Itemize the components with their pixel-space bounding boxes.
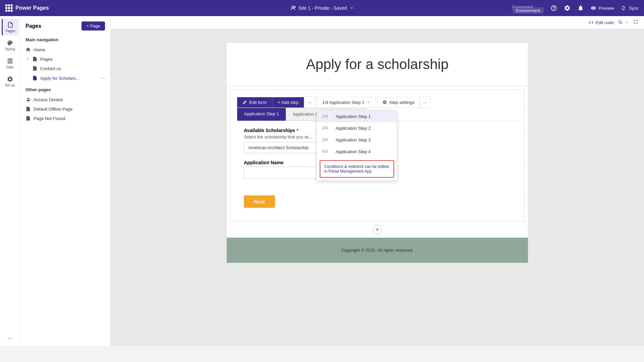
page-content-wrapper: Apply for a scholarship Edit form + Add … xyxy=(226,43,528,263)
dropdown-step-1[interactable]: 1/4 Application Step 1 xyxy=(317,111,397,122)
nav-item-apply[interactable]: Apply for Scholars... ··· xyxy=(20,73,110,83)
edit-icon xyxy=(243,100,247,105)
topbar-right: Environment Environment Preview Sync xyxy=(513,3,639,13)
page-footer: Copyright © 2022. All rights reserved. xyxy=(227,238,528,263)
expand-icon xyxy=(25,57,30,61)
nav-item-offline[interactable]: Default Offline Page xyxy=(20,104,110,114)
edit-form-button[interactable]: Edit form xyxy=(237,97,272,108)
nav-apply-label: Apply for Scholars... xyxy=(40,76,79,81)
dropdown-step-4[interactable]: 4/4 Application Step 4 xyxy=(317,146,397,158)
nav-item-contact[interactable]: Contact us xyxy=(20,64,110,73)
tab-step-1-label: Application Step 1 xyxy=(244,111,279,116)
edit-form-label: Edit form xyxy=(249,100,267,105)
add-step-button[interactable]: + Add step xyxy=(272,97,304,108)
sidebar-pages-label: Pages xyxy=(6,29,15,33)
step-4-num: 4/4 xyxy=(322,149,332,154)
site-dropdown-icon[interactable] xyxy=(350,6,354,10)
step-dropdown-icon xyxy=(366,100,370,104)
preview-icon xyxy=(591,5,596,11)
settings-icon[interactable] xyxy=(564,5,571,11)
conditions-note: Conditions & redirects can be edited in … xyxy=(320,160,394,178)
expand-button[interactable] xyxy=(633,19,639,26)
nav-contact-label: Contact us xyxy=(40,66,61,71)
sync-label: Sync xyxy=(629,6,639,11)
site-label[interactable]: Site 1 - Private - Saved xyxy=(299,5,347,11)
zoom-control[interactable] xyxy=(618,20,629,25)
nav-item-home[interactable]: Home xyxy=(20,45,110,54)
nav-access-denied-label: Access Denied xyxy=(34,97,63,102)
svg-point-0 xyxy=(292,6,294,8)
zoom-icon xyxy=(618,20,623,25)
step-nav-container: 1/4 Application Step 1 1/4 Application S… xyxy=(317,97,376,108)
sidebar-item-pages[interactable]: Pages xyxy=(2,19,18,36)
step-3-num: 3/4 xyxy=(322,137,332,142)
nav-item-pages[interactable]: Pages xyxy=(20,54,110,64)
edit-code-label: Edit code xyxy=(596,20,614,25)
step-settings-button[interactable]: Step settings xyxy=(377,97,419,108)
dropdown-step-3[interactable]: 3/4 Application Step 3 xyxy=(317,134,397,146)
page-icon-contact xyxy=(32,66,38,71)
sidebar-more-btn[interactable]: ··· xyxy=(7,335,12,346)
scholarships-value: American Architect Scholarship xyxy=(248,145,309,150)
main-layout: Pages Styling Data Set up ··· Pages + Pa… xyxy=(0,16,644,346)
step-2-label: Application Step 2 xyxy=(336,126,371,131)
step-dropdown: 1/4 Application Step 1 2/4 Application S… xyxy=(317,110,397,181)
sidebar-item-data[interactable]: Data xyxy=(2,55,18,72)
page-icon-offline xyxy=(25,106,31,112)
preview-btn[interactable]: Preview xyxy=(591,5,614,11)
conditions-text: Conditions & redirects can be edited in … xyxy=(324,164,389,174)
form-more-dots[interactable]: ··· xyxy=(304,97,315,108)
page-icon xyxy=(32,56,38,62)
nav-offline-label: Default Offline Page xyxy=(34,107,72,112)
nav-pages-label: Pages xyxy=(40,57,53,62)
site-info-bar: Site 1 - Private - Saved xyxy=(290,5,354,11)
sync-btn[interactable]: Sync xyxy=(621,5,639,11)
step-1-label: Application Step 1 xyxy=(336,114,371,119)
add-section-button[interactable]: + xyxy=(227,225,528,234)
nav-item-not-found[interactable]: Page Not Found xyxy=(20,114,110,123)
add-page-button[interactable]: + Page xyxy=(82,21,105,31)
app-title: Power Pages xyxy=(15,5,49,11)
main-nav-title: Main navigation xyxy=(20,35,110,45)
nav-item-access-denied[interactable]: Access Denied xyxy=(20,95,110,104)
apply-more-btn[interactable]: ··· xyxy=(101,75,105,81)
step-2-num: 2/4 xyxy=(322,126,332,130)
sidebar-item-setup[interactable]: Set up xyxy=(2,73,18,90)
required-indicator: * xyxy=(297,128,298,133)
sidebar-styling-label: Styling xyxy=(5,47,15,51)
page-title: Apply for a scholarship xyxy=(240,56,515,72)
form-section: Edit form + Add step ··· 1/4 Application… xyxy=(230,89,525,222)
dropdown-step-2[interactable]: 2/4 Application Step 2 xyxy=(317,122,397,134)
help-icon[interactable] xyxy=(550,5,557,11)
topbar: Power Pages Site 1 - Private - Saved Env… xyxy=(0,0,644,16)
home-icon xyxy=(25,47,31,52)
icon-sidebar: Pages Styling Data Set up ··· xyxy=(0,16,20,346)
pages-panel: Pages + Page Main navigation Home Pages … xyxy=(20,16,111,346)
sidebar-item-styling[interactable]: Styling xyxy=(2,37,18,54)
preview-label: Preview xyxy=(599,6,614,11)
step-nav-button[interactable]: 1/4 Application Step 1 xyxy=(317,97,376,108)
step-1-num: 1/4 xyxy=(322,114,332,119)
nav-home-label: Home xyxy=(34,47,45,52)
zoom-dropdown-icon xyxy=(625,20,629,24)
settings-gear-icon xyxy=(382,100,387,105)
add-section-circle[interactable]: + xyxy=(373,225,382,234)
page-icon-notfound xyxy=(25,116,31,121)
notification-icon[interactable] xyxy=(577,5,584,11)
tab-step-1[interactable]: Application Step 1 xyxy=(237,108,286,121)
canvas-area: Edit code Apply for a scholarship xyxy=(111,16,644,346)
person-block-icon xyxy=(25,97,31,102)
environment-selector[interactable]: Environment Environment xyxy=(513,3,544,13)
other-pages-title: Other pages xyxy=(20,83,110,95)
pages-panel-header: Pages + Page xyxy=(20,21,110,35)
page-hero: Apply for a scholarship xyxy=(227,43,528,86)
edit-code-button[interactable]: Edit code xyxy=(588,20,614,25)
pages-panel-title: Pages xyxy=(25,23,41,29)
step-3-label: Application Step 3 xyxy=(336,137,371,142)
code-icon xyxy=(588,20,594,25)
settings-more-dots[interactable]: ··· xyxy=(419,97,431,108)
step-settings-label: Step settings xyxy=(389,100,414,105)
next-button[interactable]: Next xyxy=(244,195,275,208)
svg-point-1 xyxy=(294,6,296,8)
waffle-icon[interactable] xyxy=(5,4,12,12)
